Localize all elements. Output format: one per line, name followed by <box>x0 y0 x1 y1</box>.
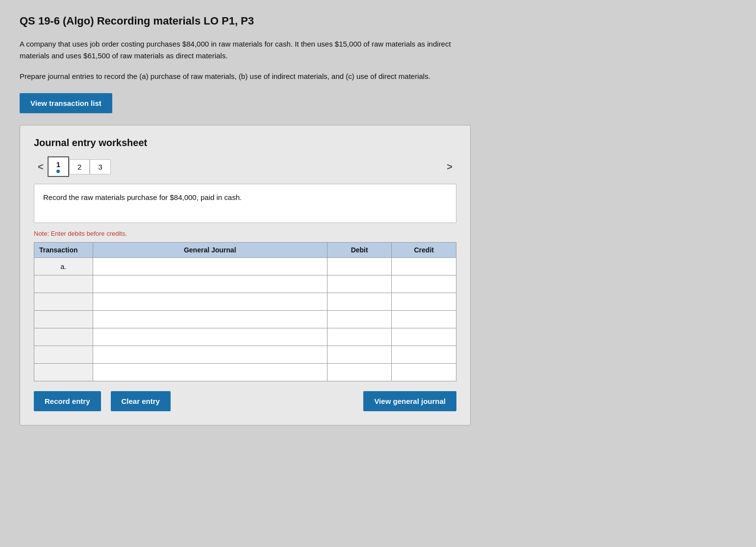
credit-cell-2[interactable] <box>392 275 456 293</box>
credit-cell-4[interactable] <box>392 311 456 328</box>
credit-cell-1[interactable] <box>392 258 456 275</box>
tab-1-label: 1 <box>56 160 60 169</box>
general-journal-cell-1[interactable] <box>93 258 327 275</box>
description: A company that uses job order costing pu… <box>20 38 706 62</box>
debit-cell-5[interactable] <box>327 328 392 346</box>
general-journal-cell-4[interactable] <box>93 311 327 328</box>
table-row <box>34 328 456 346</box>
col-header-transaction: Transaction <box>34 243 93 258</box>
tab-3-label: 3 <box>98 163 102 171</box>
debit-cell-3[interactable] <box>327 293 392 311</box>
col-header-credit: Credit <box>392 243 456 258</box>
note-text: Note: Enter debits before credits. <box>34 230 456 237</box>
prepare-text: Prepare journal entries to record the (a… <box>20 71 706 82</box>
transaction-cell-2 <box>34 275 93 293</box>
table-row <box>34 346 456 364</box>
prev-tab-arrow[interactable]: < <box>34 159 48 174</box>
debit-cell-4[interactable] <box>327 311 392 328</box>
worksheet-container: Journal entry worksheet < 1 2 3 > Record… <box>20 125 471 425</box>
debit-cell-2[interactable] <box>327 275 392 293</box>
next-tab-arrow[interactable]: > <box>443 159 456 174</box>
view-transaction-list-button[interactable]: View transaction list <box>20 93 112 113</box>
debit-cell-7[interactable] <box>327 364 392 381</box>
col-header-general-journal: General Journal <box>93 243 327 258</box>
table-row <box>34 311 456 328</box>
bottom-buttons: Record entry Clear entry View general jo… <box>34 391 456 411</box>
transaction-cell-6 <box>34 346 93 364</box>
debit-cell-1[interactable] <box>327 258 392 275</box>
table-row: a. <box>34 258 456 275</box>
table-row <box>34 293 456 311</box>
credit-cell-5[interactable] <box>392 328 456 346</box>
credit-cell-7[interactable] <box>392 364 456 381</box>
instruction-text: Record the raw materials purchase for $8… <box>43 193 242 201</box>
transaction-cell-4 <box>34 311 93 328</box>
transaction-cell-1: a. <box>34 258 93 275</box>
page-title: QS 19-6 (Algo) Recording materials LO P1… <box>20 15 736 27</box>
table-row <box>34 364 456 381</box>
view-general-journal-button[interactable]: View general journal <box>363 391 456 411</box>
clear-entry-button[interactable]: Clear entry <box>111 391 171 411</box>
credit-cell-3[interactable] <box>392 293 456 311</box>
journal-table: Transaction General Journal Debit Credit… <box>34 242 456 381</box>
col-header-debit: Debit <box>327 243 392 258</box>
tab-navigation: < 1 2 3 > <box>34 156 456 177</box>
worksheet-title: Journal entry worksheet <box>34 137 456 149</box>
general-journal-cell-7[interactable] <box>93 364 327 381</box>
tab-1[interactable]: 1 <box>48 156 69 177</box>
description-line2: materials and uses $61,500 of raw materi… <box>20 51 227 60</box>
general-journal-cell-2[interactable] <box>93 275 327 293</box>
tab-2[interactable]: 2 <box>69 159 90 174</box>
credit-cell-6[interactable] <box>392 346 456 364</box>
tab-3[interactable]: 3 <box>90 159 110 174</box>
general-journal-cell-3[interactable] <box>93 293 327 311</box>
table-row <box>34 275 456 293</box>
general-journal-cell-5[interactable] <box>93 328 327 346</box>
transaction-cell-3 <box>34 293 93 311</box>
transaction-cell-7 <box>34 364 93 381</box>
tab-1-dot <box>56 170 60 173</box>
transaction-cell-5 <box>34 328 93 346</box>
record-entry-button[interactable]: Record entry <box>34 391 101 411</box>
debit-cell-6[interactable] <box>327 346 392 364</box>
description-line1: A company that uses job order costing pu… <box>20 40 451 48</box>
instruction-box: Record the raw materials purchase for $8… <box>34 184 456 223</box>
general-journal-cell-6[interactable] <box>93 346 327 364</box>
tab-2-label: 2 <box>77 163 81 171</box>
